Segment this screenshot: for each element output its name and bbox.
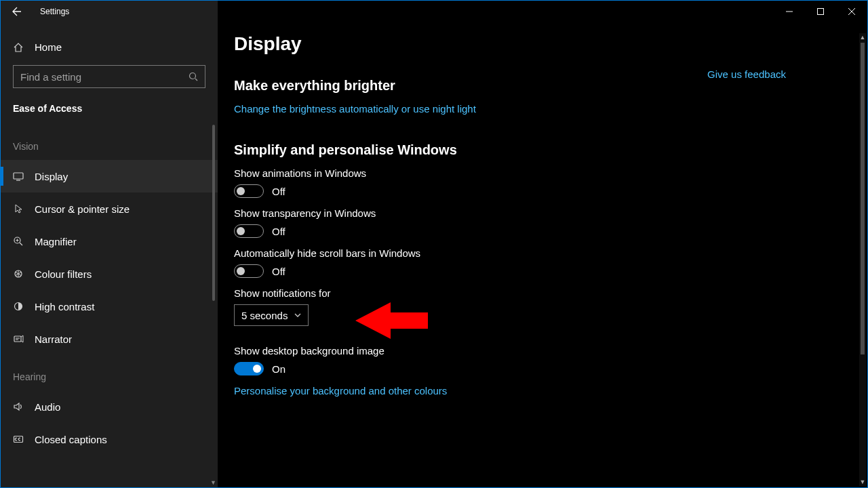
desktopbg-state: On [272, 363, 285, 375]
sidebar-item-closedcaptions[interactable]: Closed captions [1, 423, 218, 455]
sidebar-item-audio[interactable]: Audio [1, 390, 218, 423]
scrollbars-toggle[interactable] [234, 264, 264, 278]
cursor-icon [13, 203, 24, 214]
sidebar-item-label: Colour filters [35, 268, 92, 280]
scrollbars-state: Off [272, 266, 285, 277]
sidebar-item-label: Display [35, 171, 68, 182]
sidebar-item-label: Audio [35, 401, 60, 413]
titlebar: Settings [1, 1, 867, 22]
search-input[interactable] [20, 71, 189, 83]
sidebar-scrollbar[interactable] [212, 125, 215, 301]
sidebar-item-highcontrast[interactable]: High contrast [1, 290, 218, 323]
sidebar-home[interactable]: Home [1, 35, 218, 65]
transparency-label: Show transparency in Windows [234, 207, 851, 219]
audio-icon [13, 401, 24, 412]
page-title: Display [234, 33, 851, 55]
animations-toggle[interactable] [234, 184, 264, 198]
colourfilters-icon [13, 268, 24, 279]
back-arrow-icon [12, 6, 22, 17]
svg-point-1 [190, 73, 196, 79]
search-icon [189, 72, 198, 81]
desktopbg-toggle[interactable] [234, 362, 264, 375]
sidebar-item-cursor[interactable]: Cursor & pointer size [1, 192, 218, 225]
animations-state: Off [272, 186, 285, 197]
content-pane: Display Give us feedback Make everything… [218, 1, 867, 487]
sidebar-item-label: Cursor & pointer size [35, 203, 130, 215]
sidebar-item-label: High contrast [35, 301, 94, 312]
cc-icon [13, 434, 24, 445]
notifications-value: 5 seconds [241, 310, 288, 321]
sidebar-item-narrator[interactable]: Narrator [1, 323, 218, 355]
notifications-dropdown[interactable]: 5 seconds [234, 304, 309, 326]
content-scrollbar[interactable]: ▲ ▼ [859, 33, 866, 486]
highcontrast-icon [13, 301, 24, 312]
minimize-icon [786, 8, 793, 15]
sidebar-item-magnifier[interactable]: Magnifier [1, 225, 218, 258]
narrator-icon [13, 333, 24, 344]
sidebar-heading-vision: Vision [1, 125, 218, 160]
sidebar-scroll-down-icon[interactable]: ▼ [210, 479, 216, 486]
section-brighter-heading: Make everything brighter [234, 78, 851, 94]
transparency-state: Off [272, 226, 285, 237]
scrollbars-label: Automatically hide scroll bars in Window… [234, 247, 851, 259]
animations-label: Show animations in Windows [234, 167, 851, 179]
close-icon [848, 8, 855, 15]
maximize-button[interactable] [805, 1, 836, 22]
back-button[interactable] [1, 1, 33, 22]
section-simplify-heading: Simplify and personalise Windows [234, 142, 851, 158]
chevron-down-icon [294, 313, 301, 317]
minimize-button[interactable] [774, 1, 805, 22]
sidebar-item-label: Closed captions [35, 434, 107, 445]
svg-rect-2 [14, 173, 23, 179]
notifications-label: Show notifications for [234, 287, 851, 299]
sidebar-group-title: Ease of Access [1, 99, 218, 125]
sidebar-item-label: Narrator [35, 333, 72, 345]
magnifier-icon [13, 236, 24, 247]
close-button[interactable] [836, 1, 867, 22]
feedback-link[interactable]: Give us feedback [707, 68, 786, 80]
sidebar-nav: Vision Display Cursor & pointer size Mag… [1, 125, 218, 487]
svg-rect-0 [818, 9, 824, 15]
scroll-down-icon[interactable]: ▼ [859, 478, 866, 486]
scroll-up-icon[interactable]: ▲ [859, 33, 866, 41]
sidebar-item-label: Magnifier [35, 236, 77, 247]
sidebar-heading-hearing: Hearing [1, 355, 218, 390]
search-box[interactable] [13, 65, 205, 88]
svg-rect-6 [14, 336, 21, 342]
maximize-icon [817, 8, 824, 15]
brightness-link[interactable]: Change the brightness automatically or u… [234, 103, 476, 115]
content-scrollbar-thumb[interactable] [861, 43, 865, 354]
window-title: Settings [40, 7, 69, 16]
sidebar-item-display[interactable]: Display [1, 160, 218, 192]
sidebar-item-colourfilters[interactable]: Colour filters [1, 258, 218, 290]
desktopbg-label: Show desktop background image [234, 345, 851, 357]
personalise-link[interactable]: Personalise your background and other co… [234, 385, 447, 396]
sidebar: Home Ease of Access Vision Display Curso… [1, 1, 218, 487]
sidebar-home-label: Home [35, 41, 62, 53]
display-icon [13, 171, 24, 182]
home-icon [13, 42, 24, 53]
transparency-toggle[interactable] [234, 224, 264, 238]
